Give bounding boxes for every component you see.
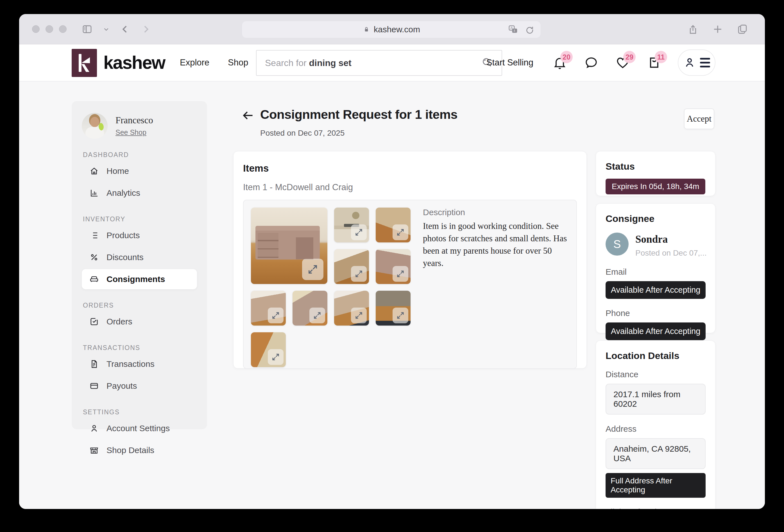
item-photo-thumbnail[interactable]	[251, 332, 286, 367]
sidebar-item-discounts[interactable]: Discounts	[82, 247, 197, 267]
sidebar-item-label: Orders	[107, 317, 132, 326]
item-photo-main[interactable]	[251, 208, 327, 284]
new-tab-icon[interactable]	[711, 23, 724, 35]
messages-button[interactable]	[583, 55, 599, 70]
products-icon	[89, 230, 99, 240]
favorites-button[interactable]: 29	[615, 55, 631, 70]
seller-avatar[interactable]	[82, 113, 108, 139]
see-shop-link[interactable]: See Shop	[115, 128, 146, 137]
expand-icon[interactable]	[268, 349, 283, 365]
sidebar-item-label: Products	[107, 231, 140, 240]
url-text: kashew.com	[374, 25, 420, 34]
main-nav: Explore Shop	[180, 45, 248, 81]
page-title: Consignment Request for 1 items	[260, 107, 457, 122]
analytics-icon	[89, 188, 99, 198]
start-selling-link[interactable]: Start Selling	[486, 58, 533, 68]
browser-toolbar: kashew.com Ax̂	[19, 14, 765, 45]
zoom-window-button[interactable]	[59, 25, 66, 33]
back-button[interactable]	[119, 24, 131, 35]
user-icon	[683, 56, 696, 69]
expand-icon[interactable]	[302, 259, 324, 280]
consignee-avatar: S	[606, 233, 628, 256]
sidebar-item-label: Payouts	[107, 381, 137, 391]
stairs-label: Flights of Stairs	[606, 507, 706, 509]
posted-date: Posted on Dec 07, 2025	[260, 129, 344, 138]
sidebar-toggle-icon[interactable]	[81, 23, 93, 35]
item-photo-thumbnail[interactable]	[376, 249, 411, 284]
email-value-pill: Available After Accepting	[606, 281, 706, 299]
item-photo-thumbnail[interactable]	[334, 208, 369, 242]
item-photo-thumbnail[interactable]	[251, 291, 286, 326]
sidebar-item-analytics[interactable]: Analytics	[82, 183, 197, 203]
sidebar-item-transactions[interactable]: Transactions	[82, 354, 197, 374]
items-heading: Items	[243, 162, 577, 174]
seller-name: Francesco	[115, 115, 153, 125]
items-card: Items Item 1 - McDowell and Craig	[233, 151, 587, 368]
expand-icon[interactable]	[393, 307, 408, 323]
sidebar-item-label: Account Settings	[107, 423, 170, 433]
sidebar-item-consignments[interactable]: Consignments	[82, 269, 197, 289]
sidebar-item-payouts[interactable]: Payouts	[82, 376, 197, 396]
sidebar-item-label: Home	[107, 166, 129, 176]
forward-button[interactable]	[140, 24, 151, 35]
item-photo-thumbnail[interactable]	[292, 291, 327, 326]
description-label: Description	[423, 208, 569, 217]
distance-value: 2017.1 miles from 60202	[606, 384, 706, 415]
item-title: Item 1 - McDowell and Craig	[243, 182, 577, 193]
item-photo-thumbnail[interactable]	[334, 291, 369, 326]
expand-icon[interactable]	[268, 307, 283, 323]
nav-explore[interactable]: Explore	[180, 58, 209, 68]
item-photo-thumbnail[interactable]	[376, 291, 411, 326]
kashew-logo[interactable]	[72, 49, 97, 77]
sidebar-item-label: Shop Details	[107, 445, 154, 455]
description-text: Item is in good working condition. See p…	[423, 220, 569, 269]
menu-icon	[700, 58, 710, 67]
expand-icon[interactable]	[393, 266, 408, 282]
full-address-pill: Full Address After Accepting	[606, 473, 706, 498]
page-content: Francesco See Shop DASHBOARD Home Analyt…	[19, 82, 765, 509]
sidebar-item-orders[interactable]: Orders	[82, 312, 197, 332]
expand-icon[interactable]	[351, 225, 367, 240]
account-settings-icon	[89, 423, 99, 434]
back-arrow-button[interactable]	[241, 109, 255, 122]
consignee-heading: Consignee	[606, 213, 706, 224]
address-bar[interactable]: kashew.com Ax̂	[242, 21, 541, 38]
close-window-button[interactable]	[32, 25, 39, 33]
sidebar-item-products[interactable]: Products	[82, 225, 197, 245]
section-label-transactions: TRANSACTIONS	[83, 344, 197, 352]
nav-shop[interactable]: Shop	[228, 58, 248, 68]
share-icon[interactable]	[687, 23, 699, 35]
minimize-window-button[interactable]	[46, 25, 53, 33]
expand-icon[interactable]	[351, 307, 367, 323]
sidebar-item-label: Transactions	[107, 359, 155, 369]
expand-icon[interactable]	[393, 225, 408, 240]
cart-badge: 11	[655, 51, 667, 63]
notifications-button[interactable]: 20	[552, 55, 568, 70]
site-header: kashew Explore Shop Search for dining se…	[19, 45, 765, 82]
brand-wordmark[interactable]: kashew	[104, 52, 165, 73]
transactions-icon	[89, 359, 99, 369]
sidebar-item-shop-details[interactable]: Shop Details	[82, 440, 197, 461]
home-icon	[89, 166, 99, 176]
sidebar-item-home[interactable]: Home	[82, 161, 197, 181]
tab-overview-icon[interactable]	[736, 23, 749, 35]
sidebar-item-account-settings[interactable]: Account Settings	[82, 418, 197, 439]
search-input[interactable]: Search for dining set	[256, 50, 502, 76]
chevron-down-icon[interactable]	[103, 26, 110, 33]
expand-icon[interactable]	[351, 266, 367, 282]
browser-window: kashew.com Ax̂	[19, 14, 765, 509]
item-photo-thumbnail[interactable]	[334, 249, 369, 284]
reload-icon[interactable]	[524, 24, 534, 34]
expand-icon[interactable]	[309, 307, 325, 323]
accept-button[interactable]: Accept	[684, 109, 714, 129]
consignments-icon	[89, 274, 99, 284]
item-photo-thumbnail[interactable]	[376, 208, 411, 242]
cart-button[interactable]: 11	[646, 55, 662, 70]
sidebar-item-label: Consignments	[107, 274, 165, 284]
section-label-inventory: INVENTORY	[83, 215, 197, 223]
translate-icon[interactable]: Ax̂	[507, 24, 519, 35]
notifications-badge: 20	[560, 51, 573, 63]
payouts-icon	[89, 381, 99, 391]
photo-grid	[251, 208, 411, 361]
account-menu-button[interactable]	[678, 50, 716, 76]
